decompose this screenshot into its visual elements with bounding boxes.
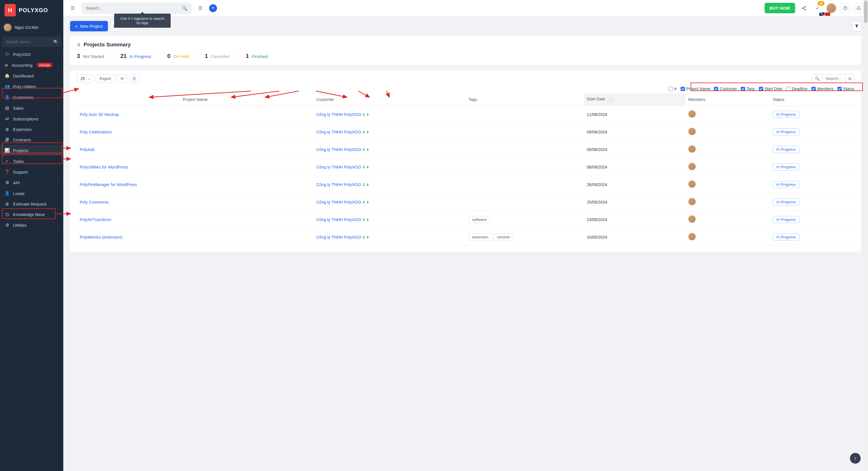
customer-link[interactable]: Công ty TNHH PolyXGO: [316, 165, 361, 169]
scroll-top-button[interactable]: ↑: [850, 453, 861, 464]
bell-icon[interactable]: [854, 3, 864, 13]
project-link[interactable]: PolyAds: [80, 147, 95, 152]
menu-icon[interactable]: ☰: [195, 3, 205, 13]
sidebar-item-estimate-request[interactable]: 🗎 Estimate Request: [0, 199, 63, 209]
toggle-customer[interactable]: Customer: [714, 87, 737, 91]
sidebar-item-leads[interactable]: 👤 Leads: [0, 188, 63, 199]
checkbox[interactable]: [714, 87, 718, 91]
customer-link[interactable]: Công ty TNHH PolyXGO: [316, 235, 361, 239]
list-view-button[interactable]: ☰: [129, 75, 139, 83]
member-avatar[interactable]: [688, 145, 695, 153]
sidebar-item-utilities[interactable]: ⚙ Utilities 〈: [0, 220, 63, 230]
toggle-deadline[interactable]: Deadline: [786, 87, 808, 91]
sidebar-item-knowledge-base[interactable]: 🗀 Knowledge Base: [0, 209, 63, 220]
customer-link[interactable]: Công ty TNHH PolyXGO: [316, 112, 361, 117]
member-avatar[interactable]: [688, 233, 695, 240]
member-avatar[interactable]: [688, 180, 695, 188]
project-link[interactable]: Poly Celebrations: [80, 130, 112, 134]
member-avatar[interactable]: [688, 198, 695, 205]
user-avatar-button[interactable]: [826, 3, 836, 13]
project-link[interactable]: PolyAVTransform: [80, 217, 111, 222]
customer-link[interactable]: Công ty TNHH PolyXGO: [316, 147, 361, 152]
col-project-name[interactable]: Project Name: [77, 93, 314, 106]
project-link[interactable]: PolyMetrics (extension): [80, 235, 122, 239]
sidebar-item-dashboard[interactable]: 🏠 Dashboard: [0, 70, 63, 81]
col-tags[interactable]: Tags: [466, 93, 584, 106]
col-status[interactable]: Status: [770, 93, 855, 106]
member-avatar[interactable]: [688, 163, 695, 170]
toggle--[interactable]: #: [669, 87, 677, 91]
checkbox[interactable]: [811, 87, 816, 91]
page-size-select[interactable]: 25: [77, 75, 93, 83]
column-toggles: #Project NameCustomerTagsStart DateDeadl…: [77, 83, 855, 93]
member-avatar[interactable]: [688, 110, 695, 118]
sidebar-item-polyxgo[interactable]: 🛡 PolyXGO 〈: [0, 49, 63, 60]
flag-uk-icon[interactable]: [819, 12, 825, 16]
sidebar-toggle-icon[interactable]: ☰: [68, 3, 78, 13]
sidebar-item-subscriptions[interactable]: ⇄ Subscriptions: [0, 113, 63, 124]
tag-pill[interactable]: extension: [468, 234, 492, 241]
sidebar-item-api[interactable]: ⚙ API 〈: [0, 177, 63, 188]
share-icon[interactable]: [799, 3, 809, 13]
tag-pill[interactable]: chrome: [493, 234, 514, 241]
checkbox[interactable]: [681, 87, 685, 91]
project-link[interactable]: PolyUtilities for WordPress: [80, 165, 128, 169]
nav-icon: 🗎: [4, 202, 10, 206]
quick-add-button[interactable]: +: [209, 4, 217, 12]
menu-search-input[interactable]: [2, 37, 61, 47]
user-profile[interactable]: Ngọc Cù Kim: [0, 20, 63, 34]
todo-icon[interactable]: ✓32: [813, 3, 822, 13]
export-button[interactable]: Export: [95, 75, 115, 83]
project-link[interactable]: PolyPinManager for WordPress: [80, 182, 137, 187]
sidebar-item-accounting[interactable]: ≣ Accounting polyxgo 〈: [0, 60, 63, 70]
checkbox[interactable]: [759, 87, 763, 91]
scrollbar[interactable]: [864, 0, 868, 471]
col-members[interactable]: Members: [685, 93, 770, 106]
global-search-input[interactable]: [82, 3, 192, 14]
brand-logo[interactable]: H POLYXGO: [0, 0, 63, 20]
search-icon[interactable]: 🔍: [812, 75, 823, 83]
checkbox[interactable]: [837, 87, 842, 91]
sidebar-item-tasks[interactable]: ✓ Tasks: [0, 156, 63, 167]
member-avatar[interactable]: [688, 128, 695, 135]
table-search-input[interactable]: [823, 75, 845, 83]
sidebar-item-poly-utilities[interactable]: 👥 Poly Utilities 〈: [0, 81, 63, 92]
nav-label: Poly Utilities: [13, 84, 36, 89]
customer-link[interactable]: Công ty TNHH PolyXGO: [316, 130, 361, 134]
sidebar-item-expenses[interactable]: 🗎 Expenses: [0, 124, 63, 135]
filter-button[interactable]: [852, 21, 861, 31]
member-avatar[interactable]: [688, 215, 695, 223]
sidebar-item-contracts[interactable]: 🗐 Contracts: [0, 135, 63, 145]
buy-now-button[interactable]: BUY NOW: [765, 3, 795, 13]
toggle-status[interactable]: Status: [837, 87, 855, 91]
tag-pill[interactable]: software: [468, 216, 490, 223]
language-flags[interactable]: [819, 12, 830, 16]
copy-icon[interactable]: ⧉: [845, 75, 854, 83]
project-link[interactable]: Poly Comments: [80, 200, 108, 204]
nav-label: Sales: [13, 106, 24, 111]
new-project-button[interactable]: + New Project: [70, 21, 108, 31]
refresh-button[interactable]: ⟳: [118, 75, 127, 83]
svg-point-2: [805, 9, 806, 10]
customer-link[interactable]: Công ty TNHH PolyXGO: [316, 182, 361, 187]
timer-icon[interactable]: [840, 3, 850, 13]
checkbox[interactable]: [669, 87, 673, 91]
toggle-tags[interactable]: Tags: [741, 87, 755, 91]
col-start-date[interactable]: Start Date ⌄: [584, 93, 685, 106]
toggle-members[interactable]: Members: [811, 87, 834, 91]
customer-link[interactable]: Công ty TNHH PolyXGO: [316, 217, 361, 222]
checkbox[interactable]: [741, 87, 745, 91]
checkbox[interactable]: [786, 87, 790, 91]
nav-icon: 📊: [4, 148, 10, 153]
toggle-project-name[interactable]: Project Name: [681, 87, 710, 91]
sidebar-item-customers[interactable]: 👤 Customers: [0, 92, 63, 102]
date-cell: 09/06/2024: [584, 141, 685, 158]
customer-link[interactable]: Công ty TNHH PolyXGO: [316, 200, 361, 204]
col-customer[interactable]: Customer: [314, 93, 466, 106]
flag-vn-icon[interactable]: [825, 12, 830, 16]
sidebar-item-support[interactable]: ❓ Support: [0, 167, 63, 177]
sidebar-item-projects[interactable]: 📊 Projects: [0, 145, 63, 156]
toggle-start-date[interactable]: Start Date: [759, 87, 782, 91]
sidebar-item-sales[interactable]: ▤ Sales 〈: [0, 102, 63, 113]
project-link[interactable]: Poly Auto 3D Mockup: [80, 112, 119, 117]
